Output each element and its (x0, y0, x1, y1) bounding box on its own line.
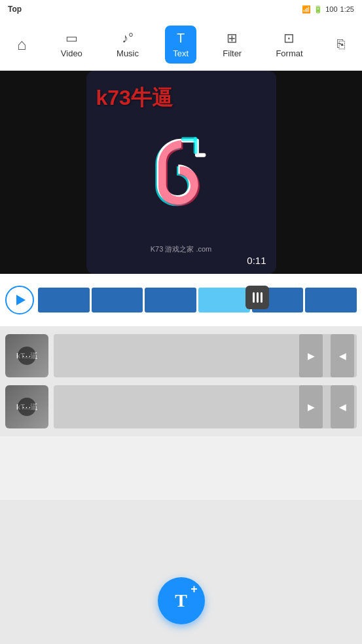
text-label: Text (173, 48, 189, 58)
toolbar-format[interactable]: ⊡ Format (268, 25, 310, 64)
svg-rect-2 (195, 153, 206, 157)
track-bar-1 (54, 334, 357, 377)
video-inner: k73牛逼 0:11 K73 游戏之家 .com (86, 71, 276, 274)
track-options-icon-1[interactable]: ··· (18, 347, 36, 365)
three-dots-1: ··· (22, 350, 32, 361)
toolbar: ⌂ ▭ Video ♪° Music T Text ⊞ Filter ⊡ For… (0, 18, 362, 71)
toolbar-video[interactable]: ▭ Video (53, 25, 90, 64)
status-right-icons: 📶 🔋 100 1:25 (302, 5, 354, 14)
tiktok-logo (136, 126, 227, 218)
segment-2 (92, 288, 143, 313)
track-thumb-1[interactable]: kT...逼 ··· (5, 334, 48, 377)
cursor-line-2 (257, 292, 259, 303)
wifi-icon: 🔋 (314, 5, 323, 14)
signal-icon: 📶 (302, 5, 311, 14)
battery-text: 100 (325, 5, 337, 13)
music-label: Music (117, 48, 139, 58)
svg-rect-4 (193, 137, 197, 154)
video-icon: ▭ (65, 30, 78, 46)
toolbar-text[interactable]: T Text (165, 26, 196, 64)
segment-1 (38, 288, 90, 313)
segment-3 (145, 288, 196, 313)
track-options-icon-2[interactable]: ··· (18, 398, 36, 416)
home-icon: ⌂ (17, 35, 27, 54)
format-icon: ⊡ (283, 30, 295, 46)
add-text-plus-icon: + (190, 582, 198, 596)
filter-icon: ⊞ (226, 30, 238, 46)
status-bar: Top 📶 🔋 100 1:25 (0, 0, 362, 18)
video-timer: 0:11 (247, 255, 266, 266)
track-arrow-right-1[interactable] (299, 334, 323, 377)
toolbar-home[interactable]: ⌂ (9, 30, 35, 59)
video-preview: k73牛逼 0:11 K73 游戏之家 .com (0, 71, 362, 274)
text-icon: T (177, 31, 185, 46)
track-arrow-right-2[interactable] (299, 385, 323, 428)
add-text-t-icon: T (175, 590, 187, 611)
play-icon (16, 295, 26, 305)
track-thumb-2[interactable]: kT...逼 ··· (5, 385, 48, 428)
add-text-button[interactable]: T + (158, 577, 205, 624)
overlay-text: k73牛逼 (96, 84, 173, 113)
toolbar-share[interactable]: ⎘ (329, 31, 353, 57)
filter-label: Filter (223, 48, 242, 58)
music-icon: ♪° (122, 31, 134, 46)
track-row-1: kT...逼 ··· (5, 334, 357, 377)
segment-6 (305, 288, 357, 313)
cursor-lines (253, 292, 262, 303)
share-icon: ⎘ (337, 37, 345, 52)
play-button[interactable] (5, 286, 34, 314)
toolbar-music[interactable]: ♪° Music (109, 26, 147, 64)
track-row-2: kT...逼 ··· (5, 385, 357, 428)
timeline-area (0, 274, 362, 326)
segment-4-active (198, 288, 250, 313)
format-label: Format (276, 48, 302, 58)
cursor-line-1 (253, 292, 255, 303)
track-arrow-left-1[interactable] (331, 334, 354, 377)
status-time-left: Top (8, 5, 22, 14)
add-text-inner: T + (175, 590, 187, 611)
clock: 1:25 (340, 5, 354, 13)
cursor-line-3 (261, 292, 262, 303)
track-bar-2 (54, 385, 357, 428)
video-label: Video (61, 48, 82, 58)
three-dots-2: ··· (22, 402, 32, 412)
track-arrow-left-2[interactable] (331, 385, 354, 428)
watermark: K73 游戏之家 .com (151, 244, 212, 254)
toolbar-filter[interactable]: ⊞ Filter (215, 25, 249, 64)
timeline-cursor[interactable] (245, 286, 269, 309)
timeline-track (38, 288, 357, 313)
tracks-area: kT...逼 ··· kT...逼 ··· (0, 326, 362, 436)
